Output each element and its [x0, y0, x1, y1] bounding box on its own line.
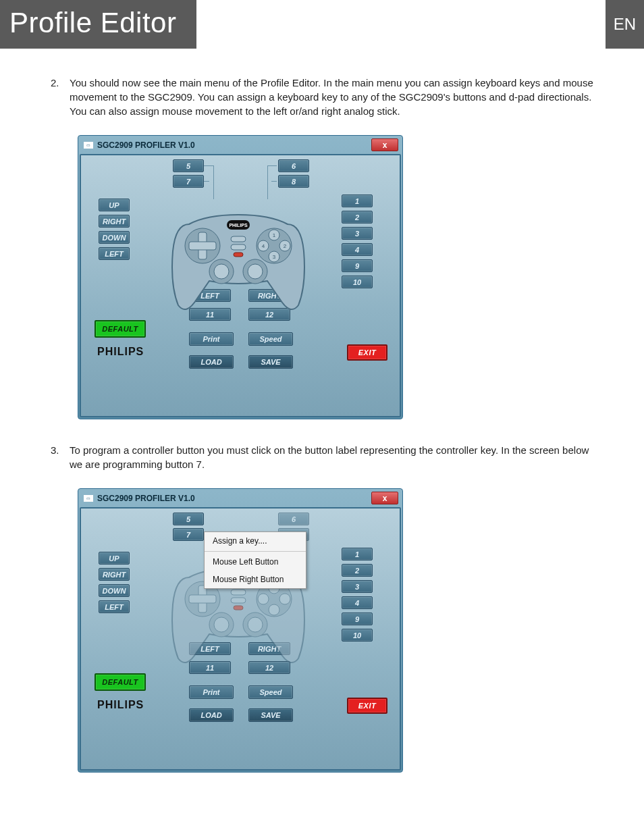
language-badge: EN [606, 0, 644, 49]
exit-button-b[interactable]: EXIT [347, 698, 387, 714]
dpad-right[interactable]: RIGHT [99, 215, 130, 228]
button-1[interactable]: 1 [342, 194, 373, 207]
svg-rect-15 [234, 253, 243, 257]
dpad-down-b[interactable]: DOWN [99, 584, 130, 597]
button-6[interactable]: 6 [278, 159, 309, 172]
load-button[interactable]: LOAD [189, 355, 234, 369]
dpad-down[interactable]: DOWN [99, 231, 130, 244]
app-icon-2: ▭ [84, 495, 93, 502]
context-menu: Assign a key.... Mouse Left Button Mouse… [204, 531, 306, 589]
svg-point-25 [279, 594, 290, 604]
svg-text:2: 2 [284, 243, 287, 249]
page-title: Profile Editor [0, 0, 196, 49]
button-4-b[interactable]: 4 [342, 596, 373, 609]
print-button[interactable]: Print [189, 332, 234, 346]
svg-point-26 [269, 604, 279, 615]
dpad-up[interactable]: UP [99, 199, 130, 211]
svg-point-27 [258, 594, 269, 604]
exit-button[interactable]: EXIT [347, 344, 387, 361]
speed-button[interactable]: Speed [248, 332, 293, 346]
step-3-text: To program a controller button you must … [70, 443, 593, 471]
svg-rect-30 [234, 606, 243, 610]
window-title: SGC2909 PROFILER V1.0 [97, 140, 371, 150]
button-8[interactable]: 8 [278, 175, 309, 188]
button-3-b[interactable]: 3 [342, 580, 373, 593]
window-titlebar: ▭ SGC2909 PROFILER V1.0 x [80, 137, 401, 154]
profiler-body-2: 5 7 6 8 UP RIGHT DOWN LEFT 1 2 3 4 9 10 … [80, 507, 401, 771]
philips-logo: PHILIPS [97, 346, 144, 358]
step-3-number: 3. [51, 443, 70, 471]
button-5-b[interactable]: 5 [173, 513, 204, 525]
svg-text:3: 3 [273, 254, 276, 260]
button-4[interactable]: 4 [342, 243, 373, 256]
svg-point-32 [214, 617, 229, 632]
svg-rect-13 [231, 236, 246, 242]
default-button-b[interactable]: DEFAULT [95, 673, 146, 691]
menu-mouse-left[interactable]: Mouse Left Button [205, 553, 306, 571]
gamepad-illustration: PHILIPS 1 2 3 4 [169, 211, 308, 312]
dpad-left[interactable]: LEFT [99, 247, 130, 260]
screenshot-profiler-context: ▭ SGC2909 PROFILER V1.0 x 5 7 6 8 UP RIG… [78, 488, 403, 773]
svg-rect-14 [231, 244, 246, 250]
svg-text:4: 4 [262, 243, 265, 249]
button-10-b[interactable]: 10 [342, 629, 373, 642]
dpad-right-b[interactable]: RIGHT [99, 568, 130, 581]
gamepad-badge: PHILIPS [229, 223, 248, 228]
button-2-b[interactable]: 2 [342, 564, 373, 577]
button-3[interactable]: 3 [342, 227, 373, 240]
svg-rect-29 [231, 598, 246, 603]
svg-rect-22 [189, 595, 216, 603]
app-icon: ▭ [84, 142, 93, 149]
menu-assign-key[interactable]: Assign a key.... [205, 532, 306, 550]
button-1-b[interactable]: 1 [342, 548, 373, 561]
dpad-up-b[interactable]: UP [99, 552, 130, 565]
button-9-b[interactable]: 9 [342, 613, 373, 625]
profiler-window-2: ▭ SGC2909 PROFILER V1.0 x 5 7 6 8 UP RIG… [78, 488, 403, 773]
screenshot-profiler-main: ▭ SGC2909 PROFILER V1.0 x 5 7 6 8 UP RIG… [78, 135, 403, 419]
button-5[interactable]: 5 [173, 159, 204, 172]
philips-logo-b: PHILIPS [97, 699, 144, 711]
profiler-window: ▭ SGC2909 PROFILER V1.0 x 5 7 6 8 UP RIG… [78, 135, 403, 419]
speed-button-b[interactable]: Speed [248, 685, 293, 699]
button-6-b[interactable]: 6 [278, 513, 309, 525]
dpad-left-b[interactable]: LEFT [99, 600, 130, 613]
svg-point-19 [248, 264, 263, 279]
close-icon[interactable]: x [371, 138, 398, 151]
button-7-b[interactable]: 7 [173, 528, 204, 541]
svg-text:1: 1 [273, 232, 276, 238]
step-2-text: You should now see the main menu of the … [70, 76, 593, 118]
button-2[interactable]: 2 [342, 211, 373, 224]
window-titlebar-2: ▭ SGC2909 PROFILER V1.0 x [80, 490, 401, 507]
svg-point-17 [214, 264, 229, 279]
button-10[interactable]: 10 [342, 276, 373, 288]
step-3: 3. To program a controller button you mu… [51, 443, 593, 471]
save-button[interactable]: SAVE [248, 355, 293, 369]
print-button-b[interactable]: Print [189, 685, 234, 699]
close-icon-2[interactable]: x [371, 492, 398, 504]
default-button[interactable]: DEFAULT [95, 320, 146, 338]
button-9[interactable]: 9 [342, 259, 373, 272]
step-2: 2. You should now see the main menu of t… [51, 76, 593, 118]
load-button-b[interactable]: LOAD [189, 708, 234, 722]
save-button-b[interactable]: SAVE [248, 708, 293, 722]
step-2-number: 2. [51, 76, 70, 118]
svg-rect-28 [231, 590, 246, 595]
profiler-body: 5 7 6 8 UP RIGHT DOWN LEFT 1 2 3 4 [80, 154, 401, 417]
svg-point-34 [248, 617, 263, 632]
menu-mouse-right[interactable]: Mouse Right Button [205, 571, 306, 588]
window-title-2: SGC2909 PROFILER V1.0 [97, 494, 371, 503]
svg-rect-3 [189, 242, 216, 250]
page-number: 15 [0, 796, 644, 834]
page-header: Profile Editor EN [0, 0, 644, 49]
menu-separator [205, 551, 306, 552]
button-7[interactable]: 7 [173, 175, 204, 188]
